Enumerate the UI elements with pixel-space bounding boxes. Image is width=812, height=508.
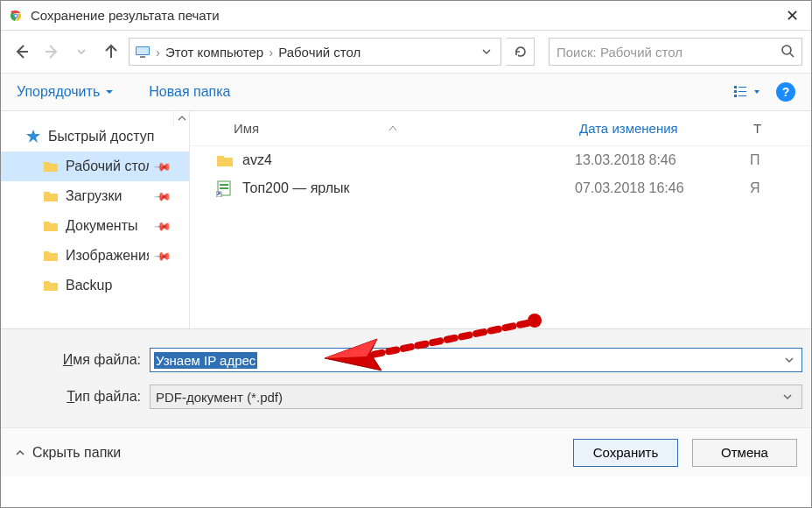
sidebar-item-label: Быстрый доступ [48,129,155,145]
shortcut-icon [216,180,234,197]
breadcrumb-dropdown-icon[interactable] [478,45,495,60]
pin-icon: 📌 [153,216,172,236]
svg-line-10 [790,53,794,57]
sidebar-item-label: Документы [66,218,137,234]
folder-icon [216,152,234,169]
main-split: Быстрый доступ Рабочий стол 📌 Загрузки 📌… [1,111,811,328]
folder-icon [43,159,59,174]
chevron-down-icon[interactable] [779,390,796,405]
pin-icon: 📌 [153,157,172,176]
titlebar: Сохранение результата печати ✕ [1,1,811,31]
close-icon[interactable]: ✕ [780,6,804,25]
cancel-button[interactable]: Отмена [692,439,797,467]
breadcrumb-root[interactable]: Этот компьютер [165,45,263,60]
filetype-select[interactable]: PDF-документ (*.pdf) [150,385,802,409]
file-pane: Имя Дата изменения Т avz4 13.03.2018 8:4… [190,111,811,328]
separator-icon: › [154,45,162,60]
new-folder-button[interactable]: Новая папка [149,84,230,100]
forward-button [39,39,64,64]
svg-rect-16 [738,95,746,96]
svg-rect-19 [220,187,228,189]
footer: Скрыть папки Сохранить Отмена [1,427,811,476]
svg-point-9 [782,46,791,54]
file-row[interactable]: avz4 13.03.2018 8:46 П [190,146,811,174]
column-name[interactable]: Имя [190,121,575,136]
bottom-form: Имя файла: Узнаем IP адрес Тип файла: PD… [1,328,811,427]
column-type[interactable]: Т [750,121,761,136]
breadcrumb-current[interactable]: Рабочий стол [278,45,360,60]
filetype-label: Тип файла: [10,389,150,405]
this-pc-icon [135,44,150,60]
svg-rect-13 [734,90,737,93]
file-type: Я [750,180,760,196]
svg-rect-15 [734,95,737,97]
save-button[interactable]: Сохранить [573,439,678,467]
separator-icon: › [267,45,275,60]
pin-icon: 📌 [153,187,172,206]
sidebar-item-label: Рабочий стол [66,159,149,174]
hide-folders-button[interactable]: Скрыть папки [15,445,121,461]
file-row[interactable]: Топ200 — ярлык 07.03.2018 16:46 Я [190,174,811,202]
search-input[interactable]: Поиск: Рабочий стол [549,38,802,66]
sidebar-item-downloads[interactable]: Загрузки 📌 [1,181,189,211]
organize-button[interactable]: Упорядочить [17,84,114,100]
folder-icon [43,248,59,264]
sidebar-item-backup[interactable]: Backup [1,271,189,300]
filetype-value: PDF-документ (*.pdf) [156,390,283,405]
file-header: Имя Дата изменения Т [190,111,811,146]
sort-ascending-icon [388,123,397,133]
refresh-button[interactable] [507,38,535,66]
sidebar-item-label: Загрузки [66,188,122,204]
filename-input[interactable]: Узнаем IP адрес [150,348,802,372]
toolbar: Упорядочить Новая папка ? [1,73,811,111]
filename-label: Имя файла: [10,352,150,368]
view-options-button[interactable] [734,86,760,98]
help-button[interactable]: ? [776,82,795,102]
svg-rect-18 [220,184,228,186]
search-placeholder: Поиск: Рабочий стол [556,45,682,60]
window-title: Сохранение результата печати [31,8,780,23]
sidebar-item-desktop[interactable]: Рабочий стол 📌 [1,152,189,181]
file-date: 13.03.2018 8:46 [575,152,750,168]
column-date[interactable]: Дата изменения [575,121,750,136]
sidebar-item-label: Backup [66,278,112,293]
file-name: Топ200 — ярлык [242,180,350,196]
up-button[interactable] [99,39,123,64]
sidebar-quick-access[interactable]: Быстрый доступ [1,122,189,152]
nav-row: › Этот компьютер › Рабочий стол Поиск: Р… [1,31,811,73]
folder-icon [43,218,59,234]
file-date: 07.03.2018 16:46 [575,180,750,196]
chrome-icon [8,8,24,24]
folder-icon [43,188,59,204]
svg-rect-12 [738,87,746,88]
sidebar-item-label: Изображения [66,248,149,264]
chevron-down-icon[interactable] [780,353,798,368]
file-name: avz4 [242,152,272,168]
svg-rect-8 [140,56,145,58]
sidebar-item-documents[interactable]: Документы 📌 [1,211,189,241]
back-button[interactable] [10,39,34,64]
svg-rect-11 [734,86,737,88]
star-icon [25,129,41,145]
search-icon [780,44,794,60]
folder-icon [43,278,59,293]
sidebar-item-pictures[interactable]: Изображения 📌 [1,241,189,271]
file-type: П [750,152,760,168]
recent-dropdown-icon[interactable] [69,39,94,64]
filename-value: Узнаем IP адрес [154,352,257,369]
svg-point-2 [15,14,18,17]
breadcrumb[interactable]: › Этот компьютер › Рабочий стол [129,38,501,66]
sidebar: Быстрый доступ Рабочий стол 📌 Загрузки 📌… [1,111,190,328]
scrollbar-up-icon[interactable] [173,111,189,125]
svg-rect-7 [136,47,149,54]
svg-rect-14 [738,91,746,92]
pin-icon: 📌 [153,246,172,265]
